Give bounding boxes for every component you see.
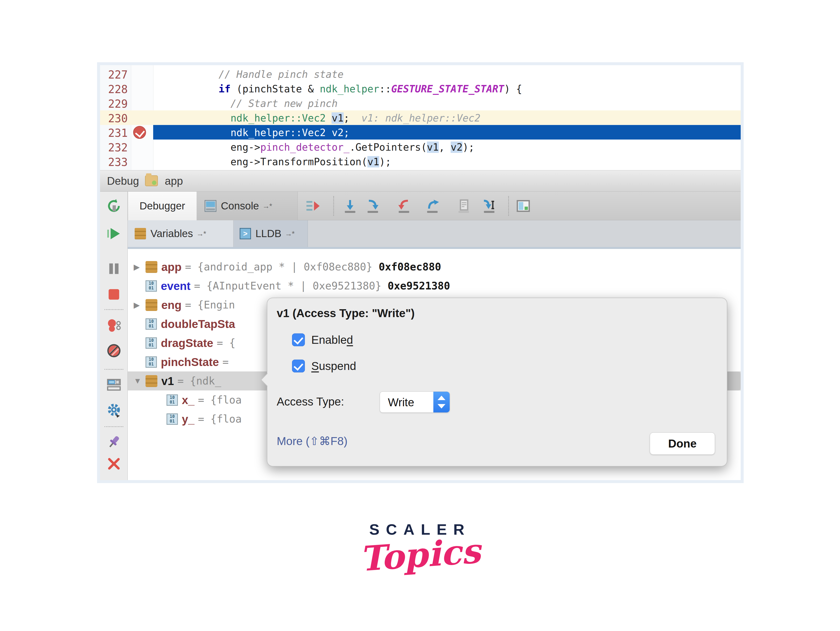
run-config-app-icon [145,175,158,186]
toolbar-separator [508,196,509,216]
tab-lldb[interactable]: > LLDB →* [234,220,308,247]
tab-lldb-label: LLDB [256,228,281,240]
struct-variable-icon [145,299,157,311]
resume-icon[interactable] [106,226,122,241]
more-link[interactable]: More (⇧⌘F8) [277,434,347,448]
breakpoint-icon[interactable] [133,126,146,139]
suspend-label: Suspend [311,359,356,373]
code-text: ndk_helper::Vec2 v2; [159,127,350,138]
variable-name: v1 [161,374,174,388]
console-icon [205,200,216,212]
primitive-variable-icon: 1001 [166,413,178,425]
step-into-icon[interactable] [365,198,381,214]
popup-title: v1 (Access Type: "Write") [277,306,415,320]
tab-drag-marker-icon: →* [196,229,206,238]
access-type-label: Access Type: [277,395,344,408]
done-button[interactable]: Done [650,432,715,455]
variable-name: x_ [182,393,194,407]
variable-row-app[interactable]: ▶app= {android_app * | 0xf08ec880} 0xf08… [128,257,741,276]
rerun-icon[interactable] [106,198,122,214]
view-breakpoints-icon[interactable] [106,318,122,333]
code-text: // Handle pinch state [159,69,344,80]
variable-type-value: = [223,356,229,368]
code-editor[interactable]: 227 // Handle pinch state228 if (pinchSt… [100,65,741,170]
show-execution-point-icon[interactable] [305,198,321,214]
variable-type-value: = {Engin [185,299,235,311]
scaler-topics-logo: SCALER Topics [0,521,840,575]
code-line-229[interactable]: 229 // Start new pinch [100,96,741,110]
variable-name: eng [161,298,182,312]
code-line-227[interactable]: 227 // Handle pinch state [100,67,741,81]
code-line-228[interactable]: 228 if (pinchState & ndk_helper::GESTURE… [100,81,741,96]
close-icon[interactable] [106,456,122,472]
line-number: 227 [100,68,128,81]
access-type-select[interactable]: Write [380,391,450,413]
code-text: eng->TransformPosition(v1); [159,156,391,167]
primitive-variable-icon: 1001 [145,357,157,368]
code-line-231[interactable]: 231 ndk_helper::Vec2 v2; [100,125,741,140]
code-line-232[interactable]: 232 eng->pinch_detector_.GetPointers(v1,… [100,140,741,154]
stop-icon[interactable] [106,287,122,302]
select-stepper-icon[interactable] [433,392,450,412]
line-number: 231 [100,127,128,139]
tab-debugger[interactable]: Debugger [128,192,197,220]
code-text: // Start new pinch [159,98,338,109]
restore-layout-icon[interactable] [106,377,122,393]
variable-name: event [161,279,191,293]
variable-type-value: = {floa [198,394,242,406]
topics-logo-text: Topics [0,506,840,604]
lldb-terminal-icon: > [240,228,251,239]
line-number: 232 [100,141,128,154]
variable-type-value: = {AInputEvent * | 0xe9521380} [194,280,388,292]
force-step-into-icon[interactable] [396,198,412,214]
variable-name: y_ [182,412,194,426]
enabled-checkbox-row[interactable]: Enabled [292,333,353,347]
code-line-233[interactable]: 233 eng->TransformPosition(v1); [100,154,741,169]
variable-type-value: = {floa [198,413,242,425]
toolbar-separator [104,309,123,310]
tab-drag-marker-icon: →* [285,229,294,238]
tab-variables[interactable]: Variables →* [128,220,234,247]
tab-console-label: Console [221,200,259,212]
variable-value: 0xe9521380 [388,280,450,292]
enabled-label: Enabled [311,333,353,347]
debug-title: Debug [107,175,139,187]
variable-type-value: = {ndk_ [177,375,221,387]
suspend-checkbox-row[interactable]: Suspend [292,359,356,373]
line-number: 228 [100,83,128,96]
chevron-right-icon[interactable]: ▶ [134,262,145,272]
pin-icon[interactable] [106,434,122,450]
debugger-tab-bar: Debugger Console →* [100,192,741,220]
mute-breakpoints-icon[interactable] [106,343,122,359]
pause-icon[interactable] [106,261,122,277]
tab-console[interactable]: Console →* [197,192,298,220]
suspend-checkbox[interactable] [292,360,305,372]
layout-settings-icon[interactable] [515,198,531,214]
primitive-variable-icon: 1001 [145,280,157,292]
run-config-name: app [165,175,183,187]
struct-variable-icon [145,375,157,387]
chevron-right-icon[interactable]: ▶ [134,300,145,310]
variable-row-event[interactable]: 1001event= {AInputEvent * | 0xe9521380} … [128,276,741,295]
run-to-cursor-icon[interactable] [481,198,497,214]
variable-type-value: = {android_app * | 0xf08ec880} [185,261,379,273]
tab-variables-label: Variables [150,228,193,240]
frames-tab-bar: Variables →* > LLDB →* [100,220,741,247]
toolbar-separator [104,426,123,427]
settings-icon[interactable] [106,402,122,418]
line-number: 230 [100,112,128,125]
variables-icon [135,228,146,239]
primitive-variable-icon: 1001 [145,338,157,349]
step-over-icon[interactable] [342,198,358,214]
primitive-variable-icon: 1001 [166,394,178,406]
step-out-icon[interactable] [425,198,440,214]
chevron-down-icon[interactable]: ▼ [134,376,145,385]
enabled-checkbox[interactable] [292,333,305,346]
drop-frame-icon[interactable] [456,198,472,214]
line-number: 233 [100,156,128,169]
variable-name: app [161,260,182,274]
page: 227 // Handle pinch state228 if (pinchSt… [0,0,840,631]
variable-type-value: = { [217,337,235,349]
code-line-230[interactable]: 230 ndk_helper::Vec2 v1; v1: ndk_helper:… [100,110,741,125]
code-text: ndk_helper::Vec2 v1; v1: ndk_helper::Vec… [159,112,480,124]
